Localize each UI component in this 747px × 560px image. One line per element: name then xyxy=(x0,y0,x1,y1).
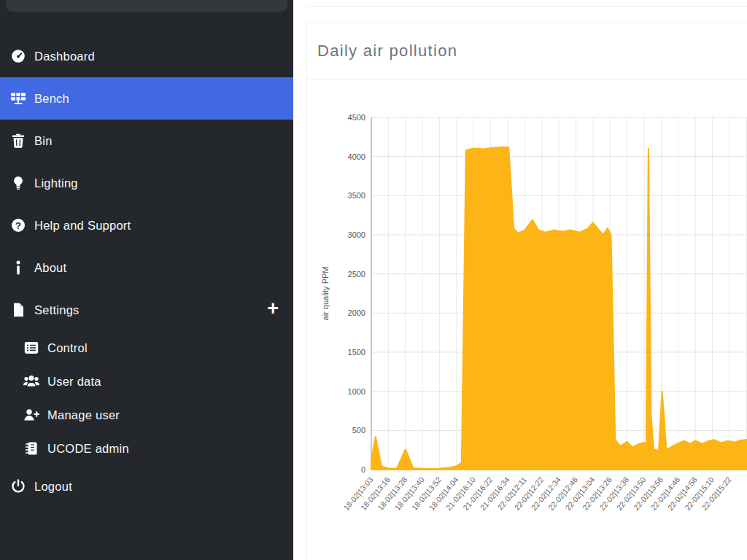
users-icon xyxy=(20,374,42,389)
svg-text:3000: 3000 xyxy=(348,230,365,239)
sidebar-item-label: Logout xyxy=(34,480,72,494)
svg-text:1500: 1500 xyxy=(348,348,365,357)
sidebar-item-user-data[interactable]: User data xyxy=(0,365,293,398)
sidebar-item-settings[interactable]: Settings + xyxy=(0,289,293,331)
sidebar-item-control[interactable]: Control xyxy=(0,331,293,365)
sidebar-nav: Dashboard Bench Bin Lighting ? Help and … xyxy=(0,35,293,508)
main-content: Daily air pollution 05001000150020002500… xyxy=(293,0,747,560)
sidebar-item-label: Settings xyxy=(34,303,80,317)
sidebar-item-logout[interactable]: Logout xyxy=(0,465,293,508)
svg-text:?: ? xyxy=(15,220,21,231)
chart-card-header: Daily air pollution xyxy=(307,23,747,80)
topbar-divider xyxy=(306,0,747,7)
sidebar-item-label: UCODE admin xyxy=(47,442,129,456)
sidebar: Dashboard Bench Bin Lighting ? Help and … xyxy=(0,0,293,560)
info-icon xyxy=(7,260,29,275)
solar-panel-icon xyxy=(7,91,29,106)
user-plus-icon xyxy=(20,408,42,422)
sidebar-item-label: Bench xyxy=(34,92,69,106)
sidebar-item-label: Bin xyxy=(34,134,53,148)
svg-text:4500: 4500 xyxy=(348,113,365,122)
sidebar-item-bench[interactable]: Bench xyxy=(0,77,293,120)
sidebar-item-label: Dashboard xyxy=(34,50,95,63)
svg-text:air quality PPM: air quality PPM xyxy=(321,267,330,321)
chip-icon xyxy=(20,441,42,456)
help-icon: ? xyxy=(7,218,29,233)
svg-text:2000: 2000 xyxy=(348,308,365,317)
power-icon xyxy=(7,479,29,494)
sidebar-item-label: Help and Support xyxy=(34,219,131,233)
sidebar-item-label: Manage user xyxy=(47,408,120,422)
sidebar-item-bin[interactable]: Bin xyxy=(0,120,293,162)
sidebar-item-label: Control xyxy=(47,341,88,355)
sidebar-item-lighting[interactable]: Lighting xyxy=(0,162,293,204)
svg-text:2500: 2500 xyxy=(348,270,365,279)
file-icon xyxy=(7,303,29,317)
svg-text:500: 500 xyxy=(352,426,365,435)
sidebar-item-dashboard[interactable]: Dashboard xyxy=(0,35,293,77)
sidebar-item-label: Lighting xyxy=(34,176,78,190)
svg-text:3500: 3500 xyxy=(348,191,365,200)
svg-text:4000: 4000 xyxy=(348,152,365,161)
page-title: Daily air pollution xyxy=(317,42,457,61)
svg-text:1000: 1000 xyxy=(348,387,365,396)
trash-icon xyxy=(7,133,29,148)
gauge-icon xyxy=(7,49,29,63)
lightbulb-icon xyxy=(7,176,29,190)
sidebar-item-help[interactable]: ? Help and Support xyxy=(0,204,293,246)
expand-plus-icon[interactable]: + xyxy=(267,299,279,319)
sidebar-item-label: About xyxy=(34,261,66,275)
list-icon xyxy=(20,341,42,355)
sidebar-item-label: User data xyxy=(47,375,101,389)
sidebar-item-manage-user[interactable]: Manage user xyxy=(0,398,293,432)
sidebar-item-about[interactable]: About xyxy=(0,246,293,289)
pollution-chart[interactable]: 05001000150020002500300035004000450018-0… xyxy=(314,88,747,560)
sidebar-item-ucode-admin[interactable]: UCODE admin xyxy=(0,432,293,465)
brand-header xyxy=(6,0,287,12)
svg-text:0: 0 xyxy=(361,465,365,474)
